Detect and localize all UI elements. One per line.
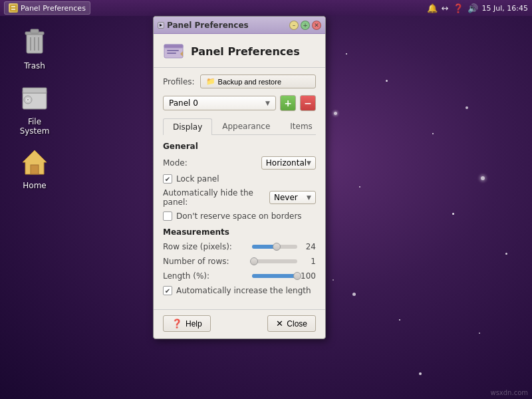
- reserve-space-checkbox[interactable]: [163, 211, 172, 221]
- panel-select-value: Panel 0: [169, 98, 198, 108]
- tabs-row: Display Appearance Items: [163, 118, 316, 135]
- autohide-chevron: ▼: [307, 194, 311, 201]
- notification-icon: 🔔: [427, 3, 438, 13]
- desktop-icon-home[interactable]: Home: [11, 144, 59, 193]
- trash-icon: [19, 27, 51, 59]
- home-icon: [19, 146, 51, 178]
- taskbar-app-label: Panel Preferences: [21, 4, 86, 13]
- auto-length-row: ✔ Automatically increase the length: [163, 286, 316, 295]
- num-rows-label: Number of rows:: [163, 257, 249, 266]
- svg-rect-10: [23, 88, 47, 93]
- svg-rect-0: [10, 5, 17, 11]
- dialog-title-buttons: – + ✕: [289, 21, 321, 30]
- length-thumb[interactable]: [293, 272, 301, 280]
- mode-label: Mode:: [163, 158, 261, 168]
- backup-restore-button[interactable]: 📁 Backup and restore: [200, 74, 316, 88]
- panel-preferences-dialog: ▸ Panel Preferences – + ✕ Panel Preferen…: [153, 16, 326, 339]
- taskbar-left: Panel Preferences: [4, 1, 90, 15]
- volume-icon: 🔊: [467, 3, 478, 13]
- row-size-row: Row size (pixels): 24: [163, 242, 316, 251]
- help-icon: ❓: [453, 3, 464, 13]
- tab-appearance[interactable]: Appearance: [212, 118, 280, 134]
- lock-panel-row: ✔ Lock panel: [163, 174, 316, 184]
- taskbar: Panel Preferences 🔔 ↔ ❓ 🔊 15 Jul, 16:45: [0, 0, 532, 16]
- network-icon: ↔: [442, 3, 449, 13]
- backup-icon: 📁: [206, 77, 215, 86]
- tab-items[interactable]: Items: [280, 118, 323, 134]
- measurements-section: Measurements Row size (pixels): 24 Numbe…: [163, 227, 316, 295]
- num-rows-value: 1: [300, 257, 316, 266]
- row-size-track: [252, 245, 297, 249]
- desktop-icon-trash[interactable]: Trash: [11, 24, 59, 73]
- tab-items-label: Items: [290, 122, 313, 131]
- panel-select-dropdown[interactable]: Panel 0 ▼: [163, 96, 276, 110]
- svg-rect-5: [31, 29, 39, 33]
- help-button[interactable]: ❓ Help: [163, 315, 211, 332]
- auto-length-checkbox[interactable]: ✔: [163, 286, 172, 295]
- panel-select-chevron: ▼: [265, 100, 270, 106]
- tab-display-label: Display: [173, 122, 202, 132]
- clock: 15 Jul, 16:45: [482, 4, 528, 13]
- row-size-value: 24: [300, 242, 316, 251]
- length-fill: [252, 274, 297, 278]
- autohide-row: Automatically hide the panel: Never ▼: [163, 188, 316, 207]
- mode-row: Mode: Horizontal ▼: [163, 156, 316, 170]
- maximize-button[interactable]: +: [301, 21, 310, 30]
- profiles-label: Profiles:: [163, 77, 195, 86]
- dialog-header: Panel Preferences: [154, 34, 325, 68]
- svg-rect-17: [164, 45, 183, 48]
- length-track: [252, 274, 297, 278]
- profiles-row: Profiles: 📁 Backup and restore: [163, 74, 316, 88]
- dialog-titlebar: ▸ Panel Preferences – + ✕: [154, 17, 325, 34]
- dialog-body: Profiles: 📁 Backup and restore Panel 0 ▼…: [154, 68, 325, 307]
- svg-rect-2: [11, 9, 15, 10]
- auto-length-label: Automatically increase the length: [176, 286, 311, 295]
- num-rows-track: [252, 259, 297, 263]
- close-button-icon: ✕: [276, 319, 283, 329]
- tab-display[interactable]: Display: [163, 118, 212, 135]
- length-value: 100: [300, 271, 316, 281]
- row-size-label: Row size (pixels):: [163, 242, 249, 251]
- dialog-title-icon: ▸: [158, 22, 164, 29]
- desktop-icon-filesystem[interactable]: File System: [11, 80, 59, 138]
- help-button-label: Help: [186, 319, 202, 329]
- autohide-value: Never: [274, 193, 298, 202]
- tab-appearance-label: Appearance: [222, 122, 270, 131]
- measurements-section-title: Measurements: [163, 227, 316, 237]
- mode-dropdown[interactable]: Horizontal ▼: [261, 156, 316, 170]
- close-window-button[interactable]: ✕: [312, 21, 321, 30]
- svg-rect-19: [167, 53, 176, 54]
- svg-rect-15: [31, 165, 39, 174]
- minimize-button[interactable]: –: [289, 21, 299, 30]
- help-button-icon: ❓: [172, 319, 182, 329]
- filesystem-label: File System: [13, 117, 56, 136]
- taskbar-app-button[interactable]: Panel Preferences: [4, 1, 90, 15]
- length-row: Length (%): 100: [163, 271, 316, 281]
- svg-rect-1: [11, 6, 15, 7]
- panel-selector-row: Panel 0 ▼ + −: [163, 95, 316, 111]
- dialog-header-title: Panel Preferences: [191, 45, 300, 58]
- panel-add-button[interactable]: +: [280, 95, 296, 111]
- panel-remove-button[interactable]: −: [300, 95, 316, 111]
- trash-label: Trash: [24, 61, 45, 70]
- dialog-title-text: Panel Preferences: [167, 21, 249, 30]
- row-size-thumb[interactable]: [273, 243, 281, 251]
- autohide-dropdown[interactable]: Never ▼: [269, 191, 316, 204]
- dialog-footer: ❓ Help ✕ Close: [154, 309, 325, 338]
- taskbar-right: 🔔 ↔ ❓ 🔊 15 Jul, 16:45: [427, 3, 528, 13]
- mode-value: Horizontal: [266, 158, 307, 168]
- general-section-title: General: [163, 142, 316, 151]
- reserve-space-row: Don't reserve space on borders: [163, 211, 316, 221]
- length-label: Length (%):: [163, 271, 249, 281]
- lock-panel-checkbox[interactable]: ✔: [163, 174, 172, 184]
- lock-panel-label: Lock panel: [176, 174, 219, 184]
- svg-point-13: [27, 99, 29, 100]
- dialog-close-button[interactable]: ✕ Close: [267, 315, 316, 332]
- num-rows-thumb[interactable]: [250, 257, 258, 265]
- mode-chevron: ▼: [307, 160, 311, 166]
- backup-label: Backup and restore: [218, 78, 281, 86]
- watermark: wsxdn.com: [490, 389, 528, 396]
- filesystem-icon: [19, 82, 51, 114]
- dialog-header-icon: [163, 41, 184, 62]
- close-button-label: Close: [287, 319, 307, 329]
